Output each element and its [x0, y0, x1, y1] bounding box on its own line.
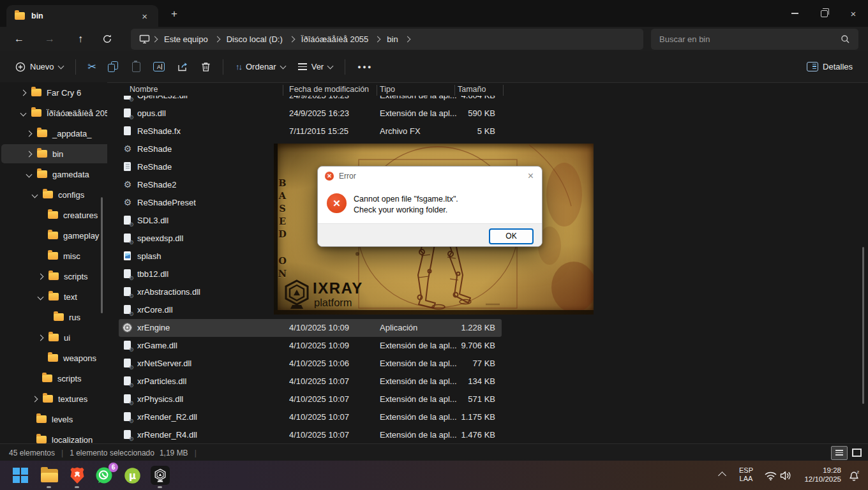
sidebar-scrollbar[interactable]: [101, 197, 103, 313]
file-row[interactable]: xrPhysics.dll4/10/2025 10:07Extensión de…: [119, 390, 502, 408]
notification-center-button[interactable]: z: [844, 466, 863, 485]
sidebar-item-levels[interactable]: levels: [1, 410, 107, 429]
sidebar-item-scripts-configs[interactable]: scripts: [1, 267, 107, 286]
column-header-name[interactable]: Nombre: [130, 85, 158, 94]
file-row[interactable]: xrParticles.dll4/10/2025 10:07Extensión …: [119, 373, 502, 390]
tab-close-icon[interactable]: ×: [138, 10, 151, 22]
icons-view-toggle[interactable]: [849, 446, 864, 459]
up-button[interactable]: ↑: [69, 29, 92, 49]
column-header-date[interactable]: Fecha de modificación: [289, 85, 369, 94]
taskbar-brave[interactable]: [68, 466, 87, 485]
volume-status[interactable]: [776, 466, 795, 485]
sort-button[interactable]: ↑↓ Ordenar: [229, 57, 292, 76]
sidebar-item-rus[interactable]: rus: [1, 308, 107, 327]
sidebar-item-appdata[interactable]: _appdata_: [1, 124, 107, 143]
column-divider[interactable]: [454, 85, 455, 96]
taskbar-ixray-app[interactable]: [151, 466, 170, 485]
sidebar-item-creatures[interactable]: creatures: [1, 205, 107, 225]
search-icon[interactable]: [841, 34, 850, 44]
view-button[interactable]: Ver: [292, 57, 340, 76]
clock[interactable]: 19:28 12/10/2025: [795, 466, 841, 484]
chevron-down-icon[interactable]: [20, 110, 27, 116]
taskbar-utorrent[interactable]: µ: [123, 466, 142, 485]
chevron-down-icon[interactable]: [26, 171, 33, 177]
sidebar-item-game-root[interactable]: Ïðîáóæäåíèå 2055: [1, 103, 107, 122]
start-button[interactable]: [11, 466, 30, 485]
chevron-down-icon[interactable]: [32, 191, 38, 198]
new-button[interactable]: Nuevo: [9, 57, 70, 77]
column-divider[interactable]: [503, 85, 504, 96]
search-box[interactable]: Buscar en bin: [651, 29, 858, 50]
sidebar-item-misc[interactable]: misc: [1, 246, 107, 265]
chevron-right-icon[interactable]: [38, 334, 44, 341]
sidebar-item-gameplay[interactable]: gameplay: [1, 226, 107, 245]
chevron-right-icon[interactable]: [26, 130, 33, 137]
whatsapp-badge: 6: [108, 463, 118, 472]
dll-file-icon: [123, 359, 133, 369]
file-row[interactable]: xrRender_R4.dll4/10/2025 10:07Extensión …: [119, 426, 502, 443]
file-row[interactable]: xrRender_R2.dll4/10/2025 10:07Extensión …: [119, 408, 502, 426]
column-divider[interactable]: [283, 85, 283, 96]
folder-icon: [54, 313, 64, 321]
sidebar-item-weapons[interactable]: weapons: [1, 348, 107, 368]
file-row[interactable]: ReShade.fx7/11/2015 15:25Archivo FX5 KB: [119, 122, 502, 140]
breadcrumb-game-folder[interactable]: Ïðîáóæäåíèå 2055: [297, 34, 373, 44]
dialog-title-bar[interactable]: ✕ Error ×: [318, 167, 542, 185]
explorer-tab-bin[interactable]: bin ×: [6, 5, 158, 27]
restore-button[interactable]: [809, 0, 839, 27]
chevron-right-icon[interactable]: [20, 89, 27, 96]
tray-overflow-button[interactable]: [712, 466, 731, 485]
sidebar-item-configs[interactable]: configs: [1, 185, 107, 204]
sidebar-item-textures[interactable]: textures: [1, 389, 107, 408]
sidebar-item-text[interactable]: text: [1, 287, 107, 306]
breadcrumb-separator-icon[interactable]: [288, 36, 295, 43]
language-indicator[interactable]: ESP LAA: [735, 466, 757, 483]
sidebar-item-ui[interactable]: ui: [1, 328, 107, 347]
file-row[interactable]: OpenAL32.dll24/9/2025 16:23Extensión de …: [119, 96, 502, 105]
refresh-button[interactable]: [96, 29, 119, 49]
back-button[interactable]: ←: [8, 29, 31, 49]
breadcrumb-separator-icon[interactable]: [375, 36, 381, 43]
file-row[interactable]: xrNetServer.dll4/10/2025 10:06Extensión …: [119, 355, 502, 373]
paste-button[interactable]: [126, 57, 147, 77]
column-divider[interactable]: [377, 85, 377, 96]
minimize-button[interactable]: [780, 0, 809, 27]
delete-button[interactable]: [195, 57, 217, 77]
sidebar-item-gamedata[interactable]: gamedata: [1, 165, 107, 184]
share-button[interactable]: [171, 57, 195, 77]
sidebar-item-localization[interactable]: localization: [1, 430, 107, 443]
rename-button[interactable]: A: [147, 57, 171, 76]
chevron-right-icon[interactable]: [26, 151, 33, 157]
details-view-toggle[interactable]: [831, 446, 848, 460]
breadcrumb-bin[interactable]: bin: [382, 34, 402, 44]
dialog-close-icon[interactable]: ×: [528, 170, 534, 182]
column-header-type[interactable]: Tipo: [380, 85, 395, 94]
chevron-right-icon[interactable]: [38, 273, 44, 279]
taskbar-file-explorer[interactable]: [40, 466, 59, 485]
new-tab-button[interactable]: +: [166, 6, 183, 22]
forward-button[interactable]: →: [38, 29, 61, 49]
chevron-right-icon[interactable]: [32, 396, 38, 402]
ok-button[interactable]: OK: [489, 228, 534, 244]
details-pane-button[interactable]: Detalles: [800, 57, 859, 76]
close-button[interactable]: ×: [839, 0, 868, 27]
file-row[interactable]: opus.dll24/9/2025 16:23Extensión de la a…: [119, 105, 502, 122]
column-header-size[interactable]: Tamaño: [458, 85, 486, 94]
sidebar-item-bin[interactable]: bin: [1, 144, 107, 163]
cut-button[interactable]: ✂: [82, 56, 103, 77]
file-row[interactable]: xrGame.dll4/10/2025 10:09Extensión de la…: [119, 337, 502, 355]
breadcrumb-separator-icon[interactable]: [214, 36, 220, 43]
breadcrumb-separator-icon[interactable]: [404, 36, 410, 43]
more-options-button[interactable]: ●●●: [351, 59, 379, 75]
copy-button[interactable]: [103, 57, 126, 77]
svg-text:µ: µ: [128, 470, 135, 482]
sidebar-item-scripts[interactable]: scripts: [1, 369, 107, 388]
sidebar-item-farcry6[interactable]: Far Cry 6: [1, 83, 107, 102]
breadcrumb-drive-d[interactable]: Disco local (D:): [222, 34, 287, 44]
list-scrollbar[interactable]: [862, 247, 864, 404]
address-bar[interactable]: Este equipo Disco local (D:) Ïðîáóæäåíèå…: [131, 29, 643, 50]
breadcrumb-this-pc[interactable]: Este equipo: [160, 34, 213, 44]
file-row-selected[interactable]: xrEngine4/10/2025 10:09Aplicación1.228 K…: [119, 319, 502, 337]
chevron-down-icon[interactable]: [38, 293, 44, 300]
taskbar-whatsapp[interactable]: 6: [94, 466, 114, 485]
